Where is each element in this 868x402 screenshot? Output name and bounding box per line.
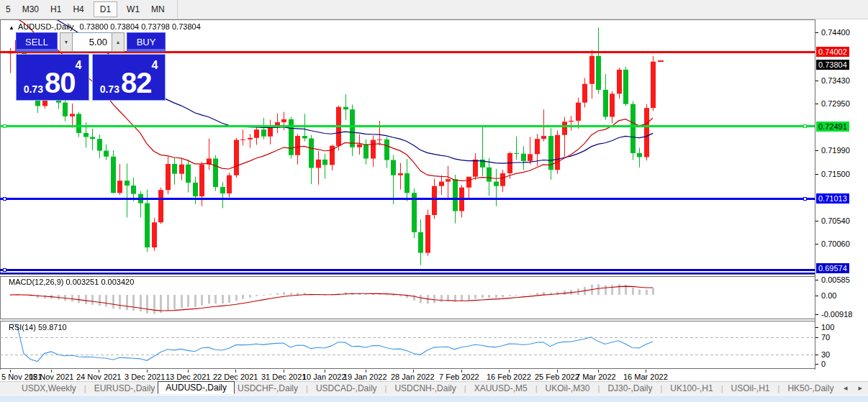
chart-tab-uk100-[interactable]: UK100-,H1 xyxy=(667,383,715,393)
chart-tab-usoil-[interactable]: USOil-,H1 xyxy=(728,383,773,393)
chart-tab-usdcnh-[interactable]: USDCNH-,Daily xyxy=(392,383,458,393)
tab-separator: | xyxy=(530,384,543,393)
rsi-indicator-label: RSI(14) 59.8710 xyxy=(9,323,67,332)
period-button-h4[interactable]: H4 xyxy=(73,4,83,14)
tab-separator: | xyxy=(380,384,392,393)
line-handle xyxy=(3,268,6,272)
horizontal-line-object[interactable] xyxy=(0,198,815,200)
pane-separator[interactable] xyxy=(0,274,815,277)
time-tick-label: 3 Dec 2021 xyxy=(125,373,165,381)
tab-scroll-left-icon[interactable]: ◂ xyxy=(844,383,848,392)
volume-increase-button[interactable]: ▴ xyxy=(112,32,125,52)
horizontal-line-object[interactable] xyxy=(0,269,815,271)
time-tick-label: 13 Dec 2021 xyxy=(166,373,210,381)
tab-scroll-arrows: ◂ ▸ xyxy=(835,383,862,393)
period-button-w1[interactable]: W1 xyxy=(127,4,140,14)
tab-scroll-right-icon[interactable]: ▸ xyxy=(858,383,862,392)
bid-price-prefix: 0.73 xyxy=(24,83,43,96)
axis-tick-mark xyxy=(815,337,818,338)
axis-tick-mark xyxy=(815,327,818,328)
axis-tick-label: 0.74400 xyxy=(821,28,850,37)
period-button-d1[interactable]: D1 xyxy=(94,1,117,17)
pane-separator[interactable] xyxy=(0,319,815,321)
sell-price-panel[interactable]: 0.73 80 4 xyxy=(16,54,89,101)
price-axis: 0.744000.734300.729500.719900.715000.705… xyxy=(815,19,868,370)
ask-price-prefix: 0.73 xyxy=(100,83,119,96)
time-tick-label: 28 Jan 2022 xyxy=(391,373,435,381)
axis-tick-label: 0.72950 xyxy=(821,99,850,108)
time-tick-label: 22 Dec 2021 xyxy=(213,373,258,381)
tab-separator: | xyxy=(716,384,728,393)
buy-price-panel[interactable]: 0.73 82 4 xyxy=(92,54,166,101)
pane-bottom-border xyxy=(0,368,815,369)
volume-stepper: ▾ ▴ xyxy=(60,32,125,52)
axis-tick-label: 0.73430 xyxy=(821,76,850,85)
axis-tick-label: 100 xyxy=(821,323,834,332)
time-tick-label: 25 Feb 2022 xyxy=(535,373,579,381)
axis-tick-label: 0.70060 xyxy=(821,239,850,248)
sell-button[interactable]: SELL xyxy=(16,32,58,52)
tab-separator: | xyxy=(593,384,605,393)
time-tick-label: 7 Mar 2022 xyxy=(576,373,616,381)
axis-tick-mark xyxy=(815,355,818,355)
line-handle xyxy=(803,197,807,201)
chart-tab-eurusd-[interactable]: EURUSD-,Daily xyxy=(91,383,158,393)
trading-terminal: 5M30H1H4D1W1MN ▲AUDUSD-,Daily0.73800 0.7… xyxy=(0,0,868,402)
chart-tab-ukoil-[interactable]: UKOil-,M30 xyxy=(543,383,593,393)
horizontal-line-object[interactable] xyxy=(0,125,815,127)
axis-tick-mark xyxy=(815,81,818,81)
chart-menu-arrow-icon[interactable]: ▲ xyxy=(9,24,14,31)
ohlc-values: 0.73800 0.73804 0.73798 0.73804 xyxy=(80,22,201,31)
volume-decrease-button[interactable]: ▾ xyxy=(60,32,73,52)
price-marker-chip: 0.69574 xyxy=(816,263,849,273)
buy-button[interactable]: BUY xyxy=(127,32,166,52)
line-handle xyxy=(3,197,6,201)
time-tick-label: 10 Jan 2022 xyxy=(302,373,346,381)
axis-tick-label: 0.70540 xyxy=(821,216,850,225)
period-toolbar: 5M30H1H4D1W1MN xyxy=(0,0,868,19)
macd-indicator-label: MACD(12,26,9) 0.003251 0.003420 xyxy=(9,278,134,286)
tab-separator: | xyxy=(301,384,313,393)
price-marker-chip: 0.73804 xyxy=(816,60,849,70)
time-tick-label: 19 Jan 2022 xyxy=(343,373,387,381)
chart-tab-hk50-[interactable]: HK50-,Daily xyxy=(785,383,836,393)
chart-tab-usdchf-[interactable]: USDCHF-,Daily xyxy=(235,383,301,393)
chart-tab-audusd-[interactable]: AUDUSD-,Daily xyxy=(158,381,235,394)
axis-tick-mark xyxy=(815,150,818,151)
axis-tick-label: 30 xyxy=(821,350,830,359)
price-marker-chip: 0.74002 xyxy=(816,47,849,57)
time-tick-label: 16 Feb 2022 xyxy=(487,373,531,381)
period-button-m30[interactable]: M30 xyxy=(22,4,39,14)
price-marker-chip: 0.72491 xyxy=(816,122,849,132)
time-tick-label: 15 Nov 2021 xyxy=(29,373,73,381)
axis-tick-label: 70 xyxy=(821,333,830,342)
horizontal-line-object[interactable] xyxy=(0,273,815,274)
chart-tab-usdcad-[interactable]: USDCAD-,Daily xyxy=(313,383,380,393)
axis-tick-mark xyxy=(815,174,818,175)
symbol-header: ▲AUDUSD-,Daily0.73800 0.73804 0.73798 0.… xyxy=(9,22,201,31)
bid-price-pipette: 4 xyxy=(75,59,81,72)
time-axis: 5 Nov 202115 Nov 202124 Nov 20213 Dec 20… xyxy=(0,370,815,381)
chart-tab-dj30-[interactable]: DJ30-,Daily xyxy=(605,383,655,393)
axis-tick-mark xyxy=(815,296,818,296)
axis-tick-label: -0.00918 xyxy=(821,310,852,319)
price-marker-chip: 0.71013 xyxy=(816,193,849,204)
time-tick-label: 16 Mar 2022 xyxy=(623,373,668,381)
one-click-trading-widget: SELL ▾ ▴ BUY 0.73 80 4 0.73 82 4 xyxy=(16,32,166,101)
ask-price-big-digits: 82 xyxy=(121,70,152,96)
chart-tab-usdx[interactable]: USDX,Weekly xyxy=(19,383,79,393)
symbol-title: AUDUSD-,Daily xyxy=(18,22,74,31)
ask-price-pipette: 4 xyxy=(151,59,158,72)
axis-tick-mark xyxy=(815,280,818,280)
period-button-h1[interactable]: H1 xyxy=(50,4,61,14)
axis-tick-mark xyxy=(815,104,818,104)
chart-tab-xauusd-[interactable]: XAUUSD-,M5 xyxy=(471,383,530,393)
period-button-5[interactable]: 5 xyxy=(6,4,11,14)
chart-tab-bar: USDX,Weekly|EURUSD-,DailyAUDUSD-,DailyUS… xyxy=(0,381,868,395)
period-button-mn[interactable]: MN xyxy=(151,4,165,14)
bid-price-big-digits: 80 xyxy=(45,70,76,96)
axis-tick-mark xyxy=(815,314,818,315)
time-tick-label: 31 Dec 2021 xyxy=(261,373,306,381)
axis-tick-label: 0.71500 xyxy=(821,170,850,178)
volume-input[interactable] xyxy=(73,32,112,52)
